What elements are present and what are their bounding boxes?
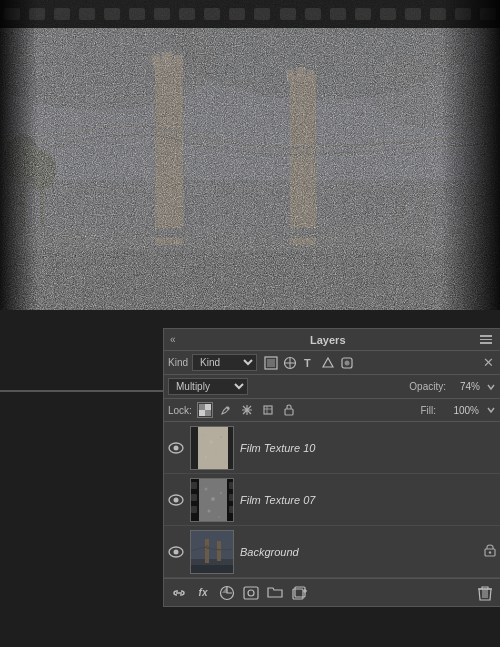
svg-rect-52 xyxy=(205,404,211,410)
add-mask-button[interactable] xyxy=(242,584,260,602)
panel-menu-button[interactable] xyxy=(480,333,494,347)
svg-point-93 xyxy=(208,509,211,512)
kind-label: Kind xyxy=(168,357,188,368)
menu-line xyxy=(480,342,492,344)
film-border-left xyxy=(0,0,38,310)
svg-rect-51 xyxy=(205,410,211,416)
panel-title: Layers xyxy=(310,334,345,346)
svg-rect-56 xyxy=(285,409,293,415)
film-hole xyxy=(330,8,346,20)
film-hole xyxy=(305,8,321,20)
panel-header: « Layers xyxy=(164,329,500,351)
svg-point-77 xyxy=(224,460,228,464)
add-adjustment-layer-button[interactable] xyxy=(218,584,236,602)
kind-icon-group: T xyxy=(263,355,355,371)
layer-name: Film Texture 10 xyxy=(240,442,496,454)
film-hole xyxy=(355,8,371,20)
menu-line xyxy=(480,335,492,337)
delete-layer-button[interactable] xyxy=(476,584,494,602)
layer-lock-icon xyxy=(484,544,496,559)
collapse-arrow[interactable]: « xyxy=(170,334,176,345)
svg-rect-87 xyxy=(229,494,234,501)
svg-rect-100 xyxy=(191,559,234,565)
fill-label: Fill: xyxy=(420,405,436,416)
svg-point-74 xyxy=(220,436,222,438)
svg-rect-68 xyxy=(191,427,198,470)
svg-point-49 xyxy=(345,360,350,365)
lock-transparent-icon[interactable] xyxy=(197,402,213,418)
svg-rect-50 xyxy=(199,404,205,410)
svg-rect-71 xyxy=(198,427,228,470)
svg-point-72 xyxy=(202,433,205,436)
layer-thumbnail xyxy=(190,426,234,470)
svg-point-91 xyxy=(211,497,215,501)
kind-select[interactable]: Kind xyxy=(192,354,257,371)
svg-point-79 xyxy=(174,497,179,502)
lock-label: Lock: xyxy=(168,405,192,416)
opacity-value[interactable]: 74% xyxy=(450,381,480,392)
svg-text:T: T xyxy=(304,357,311,369)
layer-row[interactable]: Film Texture 10 xyxy=(164,422,500,474)
film-hole xyxy=(405,8,421,20)
film-hole xyxy=(104,8,120,20)
smart-object-icon[interactable] xyxy=(339,355,355,371)
film-hole xyxy=(129,8,145,20)
connector-line-left xyxy=(0,390,165,392)
visibility-toggle[interactable] xyxy=(168,440,184,456)
layer-row[interactable]: Background xyxy=(164,526,500,578)
group-layers-button[interactable] xyxy=(266,584,284,602)
svg-point-90 xyxy=(205,487,208,490)
svg-rect-43 xyxy=(0,0,500,310)
blend-mode-select[interactable]: Multiply Normal Screen Overlay xyxy=(168,378,248,395)
layer-name: Film Texture 07 xyxy=(240,494,496,506)
svg-point-108 xyxy=(248,590,254,596)
opacity-chevron-icon xyxy=(486,382,496,392)
blend-row: Multiply Normal Screen Overlay Opacity: … xyxy=(164,375,500,399)
film-hole xyxy=(154,8,170,20)
lock-all-icon[interactable] xyxy=(281,402,297,418)
lock-row: Lock: Fill: 100% xyxy=(164,399,500,422)
svg-rect-69 xyxy=(228,427,234,470)
visibility-toggle[interactable] xyxy=(168,544,184,560)
opacity-label: Opacity: xyxy=(409,381,446,392)
svg-point-94 xyxy=(218,516,220,518)
svg-point-58 xyxy=(174,445,179,450)
layer-fx-button[interactable]: fx xyxy=(194,584,212,602)
filmstrip-top xyxy=(0,0,500,28)
svg-rect-85 xyxy=(191,506,197,513)
lock-artboard-icon[interactable] xyxy=(260,402,276,418)
svg-rect-102 xyxy=(217,541,221,561)
adjustment-layer-icon[interactable] xyxy=(282,355,298,371)
svg-rect-45 xyxy=(267,359,275,367)
panel-bottom-toolbar: fx xyxy=(164,578,500,606)
svg-rect-86 xyxy=(229,482,234,489)
layer-thumbnail xyxy=(190,530,234,574)
text-layer-icon[interactable]: T xyxy=(301,355,317,371)
layer-row[interactable]: Film Texture 07 xyxy=(164,474,500,526)
visibility-toggle[interactable] xyxy=(168,492,184,508)
svg-rect-107 xyxy=(244,587,258,599)
lock-position-icon[interactable] xyxy=(239,402,255,418)
film-border-right xyxy=(440,0,500,310)
close-filter-icon[interactable]: ✕ xyxy=(480,355,496,371)
svg-rect-98 xyxy=(191,531,234,559)
shape-layer-icon[interactable] xyxy=(320,355,336,371)
film-hole xyxy=(280,8,296,20)
svg-point-92 xyxy=(220,492,222,494)
film-hole xyxy=(380,8,396,20)
kind-row: Kind Kind T ✕ xyxy=(164,351,500,375)
svg-rect-55 xyxy=(264,406,272,414)
film-hole xyxy=(229,8,245,20)
canvas-image xyxy=(0,0,500,310)
link-layers-button[interactable] xyxy=(170,584,188,602)
layer-name: Background xyxy=(240,546,478,558)
new-layer-button[interactable] xyxy=(290,584,308,602)
lock-pixels-icon[interactable] xyxy=(218,402,234,418)
svg-rect-53 xyxy=(199,410,205,416)
svg-rect-101 xyxy=(205,539,209,563)
fill-value[interactable]: 100% xyxy=(441,405,479,416)
gap xyxy=(0,310,500,328)
pixel-layer-icon[interactable] xyxy=(263,355,279,371)
layer-thumbnail xyxy=(190,478,234,522)
canvas-area xyxy=(0,0,500,310)
